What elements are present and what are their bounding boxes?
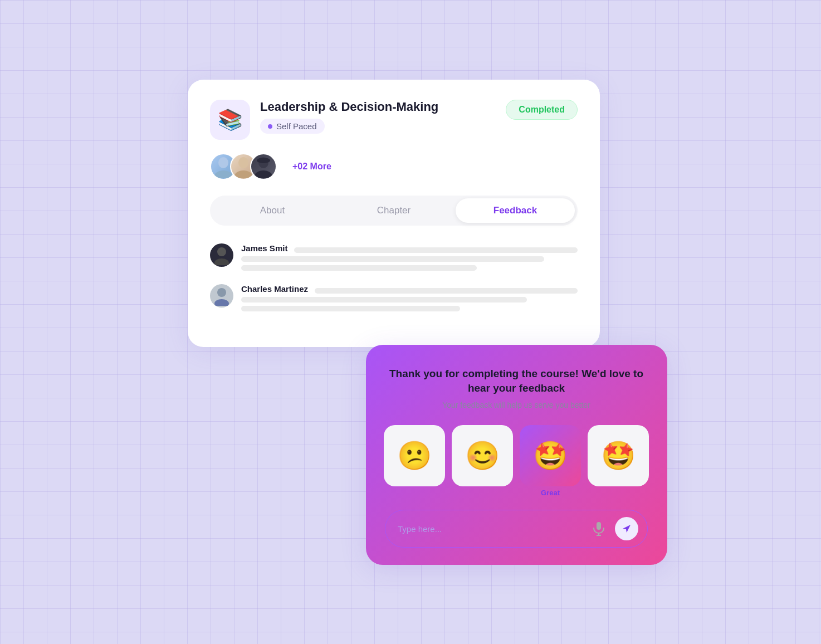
popup-title: Thank you for completing the course! We'… xyxy=(385,367,648,396)
emoji-happy[interactable]: 😊 xyxy=(452,425,513,486)
svg-point-0 xyxy=(218,157,228,168)
emoji-row: 😕 😊 🤩 Great 🤩 xyxy=(385,425,648,499)
avatar-3 xyxy=(250,153,277,180)
svg-point-3 xyxy=(234,170,252,178)
emoji-sad-wrap: 😕 xyxy=(384,425,445,499)
emoji-sad[interactable]: 😕 xyxy=(384,425,445,486)
emoji-great-label: Great xyxy=(541,489,560,499)
scene-container: 📚 Leadership & Decision-Making Self Pace… xyxy=(154,80,667,564)
send-button[interactable] xyxy=(615,517,638,540)
feedback-content-charles: Charles Martinez xyxy=(241,284,578,311)
feedback-text-input[interactable] xyxy=(398,524,583,534)
feedback-line-1 xyxy=(241,256,544,262)
feedback-bar-name-2 xyxy=(315,288,578,294)
emoji-happy-wrap: 😊 xyxy=(452,425,513,499)
svg-point-2 xyxy=(238,157,248,168)
completed-badge: Completed xyxy=(506,100,578,120)
feedback-popup: Thank you for completing the course! We'… xyxy=(366,345,667,564)
svg-point-8 xyxy=(214,258,229,265)
feedback-name-charles: Charles Martinez xyxy=(241,284,308,294)
svg-point-1 xyxy=(214,170,232,178)
svg-point-6 xyxy=(257,158,270,163)
course-header: 📚 Leadership & Decision-Making Self Pace… xyxy=(210,100,578,140)
feedback-list: James Smit Charles Martin xyxy=(210,243,578,311)
popup-subtitle: Your feedback will help us serve you bet… xyxy=(385,401,648,409)
feedback-item-charles: Charles Martinez xyxy=(210,284,578,311)
feedback-input-row xyxy=(385,510,648,548)
svg-rect-11 xyxy=(597,522,601,530)
feedback-line-3 xyxy=(241,297,527,303)
svg-point-7 xyxy=(217,247,226,256)
avatars-group xyxy=(210,153,277,180)
main-card: 📚 Leadership & Decision-Making Self Pace… xyxy=(188,80,600,347)
course-title: Leadership & Decision-Making xyxy=(260,100,438,114)
course-icon: 📚 xyxy=(210,100,250,140)
emoji-great[interactable]: 🤩 xyxy=(520,425,581,486)
emoji-great-wrap: 🤩 Great xyxy=(520,425,581,499)
svg-point-5 xyxy=(255,170,272,178)
feedback-name-james: James Smit xyxy=(241,243,287,253)
tab-chapter[interactable]: Chapter xyxy=(334,198,453,223)
emoji-love-wrap: 🤩 xyxy=(588,425,649,499)
self-paced-label: Self Paced xyxy=(276,121,317,131)
avatar-charles xyxy=(210,284,233,308)
tab-about[interactable]: About xyxy=(213,198,332,223)
more-instructors-link[interactable]: +02 More xyxy=(292,162,331,172)
tabs-bar: About Chapter Feedback xyxy=(210,196,578,226)
emoji-love[interactable]: 🤩 xyxy=(588,425,649,486)
svg-point-9 xyxy=(217,288,226,297)
feedback-bar-name xyxy=(294,247,578,253)
feedback-item-james: James Smit xyxy=(210,243,578,271)
self-paced-dot xyxy=(268,124,272,129)
svg-point-10 xyxy=(214,299,229,306)
mic-button[interactable] xyxy=(588,518,609,539)
self-paced-badge: Self Paced xyxy=(260,119,325,134)
instructors-row: +02 More xyxy=(210,153,578,180)
feedback-line-2 xyxy=(241,265,477,271)
feedback-content-james: James Smit xyxy=(241,243,578,271)
course-info: Leadership & Decision-Making Self Paced xyxy=(260,100,438,134)
tab-feedback[interactable]: Feedback xyxy=(456,198,575,223)
avatar-james xyxy=(210,243,233,267)
feedback-line-4 xyxy=(241,306,460,311)
